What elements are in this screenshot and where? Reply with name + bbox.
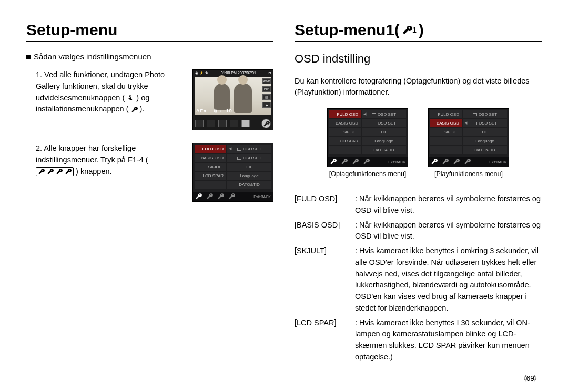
left-title-text: Setup-menu: [26, 21, 117, 39]
step2-text-a: 2. Alle knapper har forskellige indstill…: [36, 144, 148, 164]
menu-row-left: [430, 146, 462, 154]
menu-row-left: BASIS OSD: [195, 154, 226, 162]
definitions-list: [FULD OSD]: Når kvikknappen berøres vil …: [295, 193, 542, 363]
menu-row-right: FIL: [463, 128, 507, 136]
page-number: 69: [520, 374, 541, 384]
step-2-text: 2. Alle knapper har forskellige indstill…: [26, 143, 185, 177]
menu-row-right: OSD SET: [463, 110, 507, 118]
intro-paragraph: Du kan kontrollere fotografering (Optage…: [295, 76, 542, 98]
section-heading: Sådan vælges indstillingsmenuen: [26, 52, 273, 61]
menu-row-left: FULD OSD: [329, 110, 361, 118]
menu-row: SKJULTFIL: [329, 128, 406, 136]
menu-row: BASIS OSDOSD SET: [195, 154, 271, 162]
sharp-icon: ◆: [262, 102, 271, 108]
right-column: Setup-menu1( 1 ) OSD indstilling Du kan …: [295, 21, 542, 366]
menu-row-left: [430, 137, 462, 145]
wrench-icon: 1: [402, 25, 417, 35]
wrench-tab-icon: [464, 158, 471, 166]
wrench-tab-icon: [341, 158, 348, 166]
definition-row: [FULD OSD]: Når kvikknappen berøres vil …: [295, 193, 542, 216]
menu-row: DATO&TID: [329, 146, 406, 154]
step1-text-c: ).: [140, 105, 145, 113]
menu-row-left: SKJULT: [195, 163, 226, 171]
bottom-icon: [218, 120, 227, 127]
wrench-tab-icon: [352, 158, 359, 166]
bullet-icon: [26, 55, 31, 59]
left-column: Setup-menu Sådan vælges indstillingsmenu…: [26, 21, 273, 366]
menu-row-right: OSD SET: [362, 110, 406, 118]
step2-text-b: ) knappen.: [76, 167, 112, 176]
play-caption: [Playfunktionens menu]: [434, 170, 503, 178]
menu-row: BASIS OSDOSD SET: [329, 119, 406, 127]
camera-icon: [473, 122, 477, 125]
menu-row-right: OSD SET: [463, 119, 507, 127]
menu-row: FULD OSDOSD SET: [329, 110, 406, 118]
wrench-icon: [131, 106, 138, 113]
menu-row-right: Language: [227, 172, 271, 180]
step-1-row: 1. Ved alle funktioner, undtagen Photo G…: [26, 69, 273, 130]
menu-row: SKJULTFIL: [195, 163, 271, 171]
person-silhouette: [234, 84, 252, 113]
menu-row-left: SKJULT: [430, 128, 462, 136]
exit-label: Exit:BACK: [253, 195, 271, 199]
menu-row: SKJULTFIL: [430, 128, 507, 136]
camera-icon: [372, 113, 376, 116]
definition-value: : Når kvikknappen berøres vil symbolerne…: [355, 220, 542, 243]
rec-caption: [Optagefunktionens menu]: [329, 170, 407, 178]
menu-row-left: BASIS OSD: [329, 119, 361, 127]
menu-row-left: BASIS OSD: [430, 119, 462, 127]
menu-screen-rec: FULD OSDOSD SETBASIS OSDOSD SETSKJULTFIL…: [327, 108, 408, 167]
camera-icon: [473, 113, 477, 116]
definition-key: [BASIS OSD]: [295, 220, 355, 243]
wrench-tab-icon: [431, 158, 438, 166]
preview-timestamp: 01:00 PM 2007/07/01: [221, 71, 256, 75]
definition-value: : Hvis kameraet ikke benyttes I 30 sekun…: [355, 317, 542, 363]
menu-row: FULD OSDOSD SET: [430, 110, 507, 118]
menu-row: Language: [430, 137, 507, 145]
right-title-a: Setup-menu1(: [295, 21, 400, 39]
menu-row: FULD OSDOSD SET: [195, 145, 271, 153]
wrench-tab-2-icon: [206, 193, 213, 201]
menu-row-right: Language: [463, 137, 507, 145]
definition-key: [SKJULT]: [295, 245, 355, 314]
definition-key: [LCD SPAR]: [295, 317, 355, 363]
menu-row-left: LCD SPAR: [329, 137, 361, 145]
quality-icon: ▧: [262, 94, 271, 100]
menu-row-right: OSD SET: [227, 145, 271, 153]
bottom-icon: [207, 120, 215, 127]
menu-row-left: [329, 146, 361, 154]
exit-label: Exit:BACK: [388, 160, 405, 164]
menu-row: DATO&TID: [195, 181, 271, 189]
preview-mode-icon: ◘: [269, 71, 271, 75]
exit-label: Exit:BACK: [489, 160, 506, 164]
wrench-tab-4-icon: [228, 193, 235, 201]
extension-menu-icon: [127, 95, 134, 102]
af-label: AF●: [196, 108, 207, 114]
menu-row: LCD SPARLanguage: [195, 172, 271, 180]
wrench-tab-icon: [330, 158, 337, 166]
bottom-icon-active: [241, 120, 250, 127]
definition-value: : Når kvikknappen berøres vil symbolerne…: [355, 193, 542, 216]
menu-row: LCD SPARLanguage: [329, 137, 406, 145]
menu-screen-play: FULD OSDOSD SETBASIS OSDOSD SETSKJULTFIL…: [428, 108, 509, 167]
menu-row-left: LCD SPAR: [195, 172, 226, 180]
wrench-tab-1-icon: [195, 193, 202, 201]
section-heading-text: Sådan vælges indstillingsmenuen: [34, 52, 151, 61]
camera-icon: [237, 157, 241, 160]
step-2-row: 2. Alle knapper har forskellige indstill…: [26, 143, 273, 202]
iso-icon: ISO: [262, 86, 271, 92]
preview-icons-left: ◉ ⚡ ❀: [195, 71, 208, 75]
menu-row: DATO&TID: [430, 146, 507, 154]
menu-row-right: DATO&TID: [227, 181, 271, 189]
wrench-circle-icon: [261, 119, 271, 128]
wrench-tab-3-icon: [217, 193, 224, 201]
camera-icon: [372, 122, 376, 125]
bottom-icon: [230, 120, 238, 127]
definition-row: [SKJULT]: Hvis kameraet ikke benyttes i …: [295, 245, 542, 314]
definition-row: [LCD SPAR]: Hvis kameraet ikke benyttes …: [295, 317, 542, 363]
menu-pair: FULD OSDOSD SETBASIS OSDOSD SETSKJULTFIL…: [295, 108, 542, 178]
menu-row-right: FIL: [227, 163, 271, 171]
shot-count: 10: [226, 108, 232, 114]
wrench-tab-icon: [442, 158, 449, 166]
menu-row-right: FIL: [362, 128, 406, 136]
